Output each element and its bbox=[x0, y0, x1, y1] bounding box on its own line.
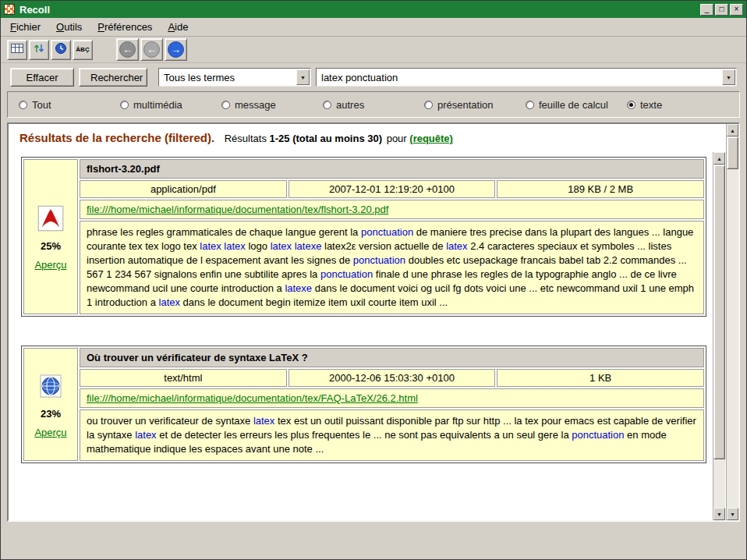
scroll-up-button[interactable]: ▲ bbox=[713, 152, 725, 165]
result-sidebar: 23% Aperçu bbox=[23, 348, 78, 461]
results-range: 1-25 (total au moins 30) bbox=[270, 133, 382, 144]
result-url-cell: file:///home/michael/informatique/docume… bbox=[80, 388, 704, 408]
scroll-thumb[interactable] bbox=[727, 136, 738, 169]
result-date: 2007-12-01 12:19:20 +0100 bbox=[289, 180, 496, 198]
arrow-down-icon: ▼ bbox=[717, 512, 722, 517]
titlebar[interactable]: Recoll _ □ × bbox=[1, 1, 746, 18]
results-vscrollbar-inner[interactable]: ▲ ▼ bbox=[713, 152, 725, 520]
clock-icon bbox=[55, 42, 67, 57]
window-title: Recoll bbox=[19, 4, 50, 16]
search-mode-value: Tous les termes bbox=[159, 72, 296, 83]
result-item: 25% Aperçu flshort-3.20.pdf application/… bbox=[21, 157, 706, 317]
result-meta-row: text/html 2000-12-06 15:03:30 +0100 1 KB bbox=[80, 369, 704, 387]
scroll-down-button[interactable]: ▼ bbox=[727, 508, 738, 520]
result-details: flshort-3.20.pdf application/pdf 2007-12… bbox=[80, 159, 704, 314]
result-snippet: ou trouver un verificateur de syntaxe la… bbox=[80, 409, 704, 461]
filter-radio-multimedia[interactable]: multimédia bbox=[120, 99, 221, 111]
close-button[interactable]: × bbox=[730, 4, 743, 16]
forward-circle-icon: → bbox=[168, 41, 184, 58]
chevron-down-icon[interactable]: ▼ bbox=[722, 69, 735, 85]
filter-radio-message[interactable]: message bbox=[221, 99, 323, 111]
first-page-button[interactable]: ← bbox=[116, 38, 139, 61]
results-count-prefix: Résultats bbox=[225, 133, 267, 144]
result-meta-row: application/pdf 2007-12-01 12:19:20 +010… bbox=[80, 180, 704, 198]
radio-icon bbox=[526, 101, 534, 109]
relevance-percent: 23% bbox=[41, 408, 61, 420]
search-mode-select[interactable]: Tous les termes ▼ bbox=[158, 68, 311, 87]
previous-page-button[interactable]: ← bbox=[140, 38, 163, 61]
result-size: 1 KB bbox=[497, 369, 704, 387]
relevance-percent: 25% bbox=[41, 240, 61, 252]
scrollbar-track[interactable] bbox=[727, 136, 738, 508]
pdf-file-icon bbox=[36, 204, 65, 233]
result-title: flshort-3.20.pdf bbox=[80, 159, 704, 179]
result-url-link[interactable]: file:///home/michael/informatique/docume… bbox=[87, 204, 388, 215]
radio-icon bbox=[221, 101, 230, 109]
arrow-up-icon: ▲ bbox=[717, 156, 722, 161]
result-sidebar: 25% Aperçu bbox=[23, 159, 78, 314]
scroll-down-button[interactable]: ▼ bbox=[713, 508, 725, 520]
filter-radio-presentation[interactable]: présentation bbox=[424, 99, 526, 111]
results-vscrollbar-outer[interactable]: ▲ ▼ bbox=[726, 124, 738, 520]
radio-icon bbox=[120, 101, 129, 109]
results-title: Résultats de la recherche (filtered). bbox=[19, 131, 214, 144]
arrow-down-icon: ▼ bbox=[730, 512, 735, 517]
toolbar: ÂBÇ ← ← → bbox=[1, 37, 746, 63]
query-details-link[interactable]: (requête) bbox=[409, 133, 453, 144]
filter-radio-texte[interactable]: texte bbox=[627, 99, 728, 111]
menubar: Fichier Outils Préférences Aide bbox=[1, 18, 746, 37]
maximize-button[interactable]: □ bbox=[715, 4, 728, 16]
menu-outils[interactable]: Outils bbox=[56, 21, 82, 33]
radio-icon bbox=[424, 101, 433, 109]
recoll-window: Recoll _ □ × Fichier Outils Préférences … bbox=[0, 0, 747, 560]
search-history-button[interactable] bbox=[51, 40, 71, 60]
filter-radio-tout[interactable]: Tout bbox=[19, 99, 120, 111]
radio-icon bbox=[19, 101, 27, 109]
result-date: 2000-12-06 15:03:30 +0100 bbox=[289, 369, 496, 387]
spellcheck-abc-icon: ÂBÇ bbox=[76, 46, 89, 53]
menu-aide[interactable]: Aide bbox=[168, 21, 188, 33]
radio-icon bbox=[323, 101, 331, 109]
menu-fichier[interactable]: Fichier bbox=[10, 21, 41, 33]
scrollbar-track[interactable] bbox=[713, 165, 725, 508]
status-area bbox=[1, 522, 746, 559]
sort-arrows-icon bbox=[33, 42, 45, 57]
results-list: Résultats de la recherche (filtered). Ré… bbox=[9, 124, 713, 520]
result-size: 189 KB / 2 MB bbox=[497, 180, 704, 198]
scroll-up-button[interactable]: ▲ bbox=[727, 124, 738, 136]
next-page-button[interactable]: → bbox=[165, 38, 187, 61]
term-explorer-button[interactable]: ÂBÇ bbox=[73, 40, 93, 60]
clear-button[interactable]: Effacer bbox=[10, 68, 74, 87]
result-mimetype: application/pdf bbox=[80, 180, 287, 198]
result-mimetype: text/html bbox=[80, 369, 287, 387]
search-query-combo[interactable]: ▼ bbox=[316, 68, 737, 87]
search-button[interactable]: Rechercher bbox=[79, 68, 147, 87]
filter-radio-autres[interactable]: autres bbox=[323, 99, 424, 111]
scroll-thumb[interactable] bbox=[713, 165, 725, 459]
html-globe-icon bbox=[36, 371, 65, 401]
recoll-app-icon bbox=[4, 4, 15, 15]
results-count-middle: pour bbox=[387, 133, 407, 144]
results-area: Résultats de la recherche (filtered). Ré… bbox=[7, 122, 740, 522]
result-snippet: phrase les regles grammaticales de chaqu… bbox=[80, 221, 704, 314]
result-item: 23% Aperçu Où trouver un vérificateur de… bbox=[21, 346, 706, 463]
sort-by-date-button[interactable] bbox=[29, 40, 49, 60]
filter-radio-feuille-de-calcul[interactable]: feuille de calcul bbox=[526, 99, 627, 111]
radio-icon bbox=[627, 101, 635, 109]
table-grid-icon bbox=[10, 42, 24, 57]
menu-preferences[interactable]: Préférences bbox=[97, 21, 152, 33]
result-details: Où trouver un vérificateur de syntaxe La… bbox=[80, 348, 704, 461]
result-url-link[interactable]: file:///home/michael/informatique/docume… bbox=[87, 392, 418, 404]
result-title: Où trouver un vérificateur de syntaxe La… bbox=[80, 348, 704, 367]
result-url-cell: file:///home/michael/informatique/docume… bbox=[80, 200, 704, 219]
preview-link[interactable]: Aperçu bbox=[34, 427, 66, 438]
preview-link[interactable]: Aperçu bbox=[34, 259, 66, 271]
minimize-button[interactable]: _ bbox=[700, 4, 713, 16]
results-table-button[interactable] bbox=[7, 40, 27, 60]
search-bar: Effacer Rechercher Tous les termes ▼ ▼ bbox=[1, 63, 746, 90]
results-header: Résultats de la recherche (filtered). Ré… bbox=[16, 129, 710, 147]
search-query-input[interactable] bbox=[317, 72, 721, 83]
arrow-up-icon: ▲ bbox=[730, 128, 735, 133]
chevron-down-icon[interactable]: ▼ bbox=[296, 69, 310, 85]
previous-circle-icon: ← bbox=[143, 41, 160, 58]
